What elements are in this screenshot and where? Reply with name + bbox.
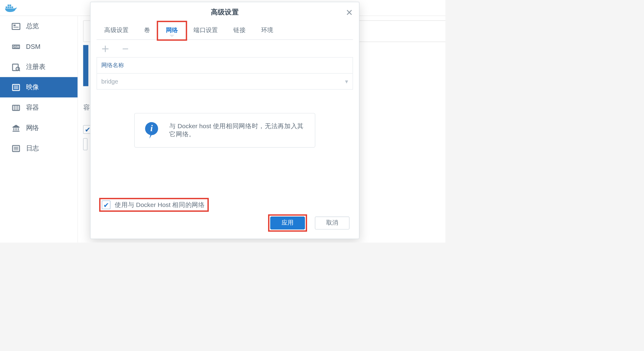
sidebar-item-log[interactable]: 日志 xyxy=(0,138,78,158)
svg-rect-24 xyxy=(18,128,19,130)
sidebar-item-label: 容器 xyxy=(26,104,39,112)
svg-rect-25 xyxy=(13,131,19,131)
sidebar-item-container[interactable]: 容器 xyxy=(0,97,78,118)
svg-rect-2 xyxy=(10,7,11,8)
svg-text:i: i xyxy=(150,123,153,133)
info-icon: i xyxy=(143,121,162,140)
svg-line-13 xyxy=(19,70,20,71)
sidebar-item-label: 总览 xyxy=(26,22,39,30)
docker-logo-icon xyxy=(4,3,17,13)
sidebar-item-image[interactable]: 映像 xyxy=(0,77,78,97)
network-select[interactable]: bridge ▾ xyxy=(96,73,353,90)
sidebar-item-label: 网络 xyxy=(26,124,39,132)
svg-rect-6 xyxy=(12,23,20,29)
tab-network[interactable]: 网络 xyxy=(158,22,186,40)
content-row-label: 容 xyxy=(83,104,90,112)
registry-icon xyxy=(11,62,21,72)
tab-env[interactable]: 环境 xyxy=(253,22,281,40)
svg-rect-15 xyxy=(14,86,18,86)
chevron-down-icon: ▾ xyxy=(345,78,348,85)
log-icon xyxy=(11,143,21,153)
svg-rect-1 xyxy=(7,7,9,8)
container-icon xyxy=(11,103,21,112)
sidebar-item-dsm[interactable]: DSM DSM xyxy=(0,36,78,57)
svg-rect-16 xyxy=(14,87,18,87)
svg-rect-0 xyxy=(6,7,7,8)
info-text: 与 Docker host 使用相同网络时，无法再加入其它网络。 xyxy=(169,122,306,139)
svg-rect-23 xyxy=(16,128,16,130)
tab-advanced[interactable]: 高级设置 xyxy=(96,22,136,40)
sidebar-item-label: DSM xyxy=(26,43,40,50)
network-icon xyxy=(11,123,21,133)
svg-rect-5 xyxy=(11,7,13,8)
dsm-icon: DSM xyxy=(11,42,21,52)
tab-port[interactable]: 端口设置 xyxy=(186,22,226,40)
tab-volume[interactable]: 卷 xyxy=(136,22,158,40)
sidebar-item-network[interactable]: 网络 xyxy=(0,118,78,138)
apply-button[interactable]: 应用 xyxy=(270,217,305,229)
modal-footer: 应用 取消 xyxy=(268,214,350,232)
sidebar-item-overview[interactable]: 总览 xyxy=(0,16,78,36)
sidebar-item-label: 映像 xyxy=(26,83,39,91)
modal-tabs: 高级设置 卷 网络 端口设置 链接 环境 xyxy=(96,22,353,40)
modal-toolbar: ＋ － xyxy=(90,40,359,55)
image-icon xyxy=(11,82,21,92)
network-select-value: bridge xyxy=(101,78,118,85)
content-blue-header xyxy=(83,45,88,86)
modal-title: 高级设置 xyxy=(211,7,239,16)
cancel-button[interactable]: 取消 xyxy=(315,217,350,229)
use-host-network-label: 使用与 Docker Host 相同的网络 xyxy=(115,201,205,209)
content-input-fragment xyxy=(83,138,87,150)
modal-header: 高级设置 ✕ xyxy=(90,2,359,22)
svg-rect-3 xyxy=(7,4,9,6)
svg-rect-22 xyxy=(13,128,14,130)
use-host-network-checkbox[interactable]: ✔ xyxy=(102,200,111,209)
info-box: i 与 Docker host 使用相同网络时，无法再加入其它网络。 xyxy=(134,113,315,148)
svg-rect-7 xyxy=(13,25,16,26)
network-list-header: 网络名称 xyxy=(96,57,353,73)
use-host-network-row[interactable]: ✔ 使用与 Docker Host 相同的网络 xyxy=(102,200,205,209)
svg-rect-8 xyxy=(13,27,19,27)
svg-text:DSM: DSM xyxy=(13,45,19,49)
add-button[interactable]: ＋ xyxy=(99,44,111,53)
sidebar-item-label: 日志 xyxy=(26,144,39,152)
remove-button[interactable]: － xyxy=(119,44,131,53)
sidebar: 总览 DSM DSM 注册表 映像 容器 网络 日志 xyxy=(0,16,78,243)
svg-rect-4 xyxy=(10,4,11,6)
advanced-settings-modal: 高级设置 ✕ 高级设置 卷 网络 端口设置 链接 环境 ＋ － 网络名称 bri… xyxy=(90,2,359,239)
overview-icon xyxy=(11,22,21,31)
sidebar-item-label: 注册表 xyxy=(26,63,46,71)
sidebar-item-registry[interactable]: 注册表 xyxy=(0,57,78,77)
modal-close-icon[interactable]: ✕ xyxy=(346,7,353,18)
svg-rect-17 xyxy=(14,88,18,89)
tab-link[interactable]: 链接 xyxy=(226,22,253,40)
